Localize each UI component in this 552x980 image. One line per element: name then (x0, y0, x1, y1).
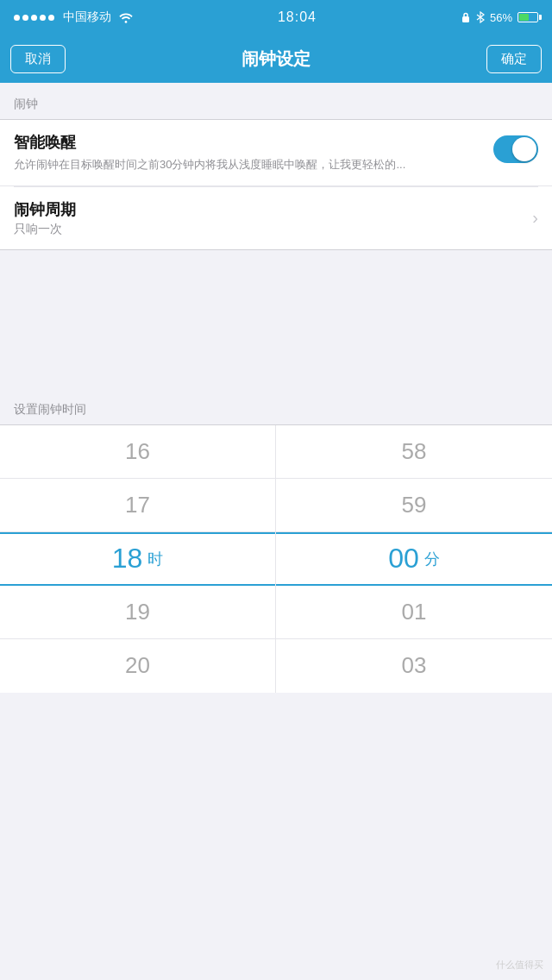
minute-01[interactable]: 01 (276, 586, 552, 639)
page-title: 闹钟设定 (242, 47, 310, 71)
smart-wake-title: 智能唤醒 (14, 132, 483, 153)
smart-wake-desc: 允许闹钟在目标唤醒时间之前30分钟内将我从浅度睡眠中唤醒，让我更轻松的... (14, 156, 483, 173)
period-title: 闹钟周期 (14, 199, 76, 220)
hour-16[interactable]: 16 (0, 425, 275, 479)
alarm-section-label: 闹钟 (0, 83, 552, 119)
hour-20[interactable]: 20 (0, 639, 275, 693)
selected-hour-value: 18 (112, 543, 143, 575)
chevron-right-icon: › (532, 208, 538, 228)
smart-wake-text: 智能唤醒 允许闹钟在目标唤醒时间之前30分钟内将我从浅度睡眠中唤醒，让我更轻松的… (14, 132, 493, 173)
time-section-label: 设置闹钟时间 (0, 388, 552, 424)
minute-58[interactable]: 58 (276, 425, 552, 479)
status-left: 中国移动 (14, 9, 134, 25)
minutes-column[interactable]: 58 59 00 分 01 03 (276, 425, 552, 693)
nav-bar: 取消 闹钟设定 确定 (0, 35, 552, 83)
status-right: 56% (461, 11, 538, 24)
toggle-knob (512, 137, 536, 161)
settings-card: 智能唤醒 允许闹钟在目标唤醒时间之前30分钟内将我从浅度睡眠中唤醒，让我更轻松的… (0, 119, 552, 250)
lock-icon (461, 11, 471, 23)
hour-unit: 时 (147, 549, 163, 569)
selected-minute-value: 00 (388, 543, 419, 575)
time-picker[interactable]: 16 17 18 时 19 20 58 (0, 424, 552, 693)
minute-00-selected[interactable]: 00 分 (276, 532, 552, 586)
hour-19[interactable]: 19 (0, 586, 275, 639)
confirm-button[interactable]: 确定 (486, 45, 542, 73)
minute-unit: 分 (424, 549, 440, 569)
time-picker-grid: 16 17 18 时 19 20 58 (0, 425, 552, 693)
bluetooth-icon (476, 11, 485, 23)
hour-17[interactable]: 17 (0, 479, 275, 532)
period-sub: 只响一次 (14, 222, 76, 237)
period-left: 闹钟周期 只响一次 (14, 199, 76, 237)
hours-column[interactable]: 16 17 18 时 19 20 (0, 425, 276, 693)
battery-icon (518, 12, 538, 22)
minute-59[interactable]: 59 (276, 479, 552, 532)
battery-percent: 56% (490, 11, 512, 24)
minute-03[interactable]: 03 (276, 639, 552, 693)
smart-wake-row: 智能唤醒 允许闹钟在目标唤醒时间之前30分钟内将我从浅度睡眠中唤醒，让我更轻松的… (0, 120, 552, 186)
alarm-period-row[interactable]: 闹钟周期 只响一次 › (0, 187, 552, 249)
wifi-icon (118, 11, 134, 23)
smart-wake-toggle[interactable] (493, 135, 538, 163)
hour-18-selected[interactable]: 18 时 (0, 532, 275, 586)
cancel-button[interactable]: 取消 (10, 45, 66, 73)
empty-space (0, 250, 552, 388)
svg-rect-0 (462, 16, 469, 22)
signal-dots (14, 15, 54, 21)
watermark: 什么值得买 (496, 958, 543, 971)
status-time: 18:04 (278, 9, 317, 25)
carrier-label: 中国移动 (63, 9, 111, 25)
status-bar: 中国移动 18:04 56% (0, 0, 552, 35)
